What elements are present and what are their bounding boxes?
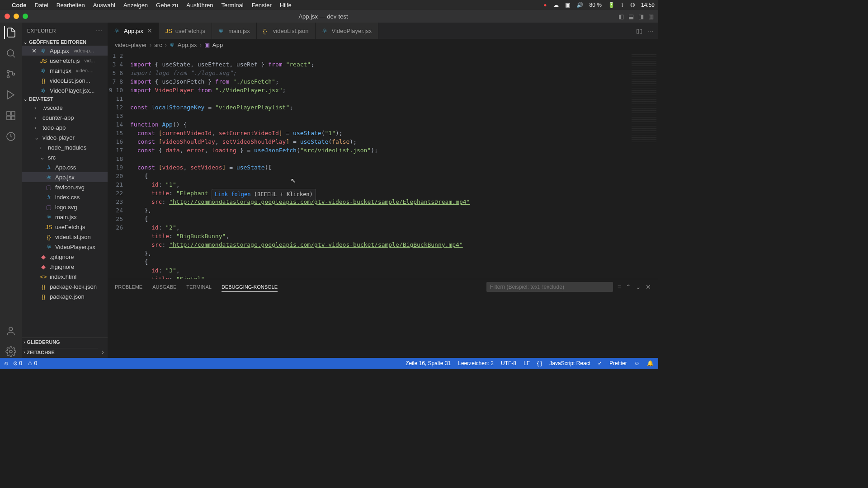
open-editor-item[interactable]: {}videoList.json... [22,75,108,85]
warnings-count[interactable]: 0 [28,360,37,366]
prettier-status[interactable]: Prettier [609,360,627,366]
file-item[interactable]: ⚛main.jsx [22,212,108,222]
editor-tab[interactable]: ⚛main.jsx [212,23,257,39]
errors-count[interactable]: 0 [13,360,22,366]
extensions-view-icon[interactable] [5,109,17,122]
menubar-item[interactable]: Ausführen [186,2,213,9]
explorer-view-icon[interactable] [4,26,17,39]
file-item[interactable]: ⚛VideoPlayer.jsx [22,242,108,252]
menubar-item[interactable]: Auswahl [93,2,115,9]
line-number-gutter[interactable]: 1 2 3 4 5 6 7 8 9 10 11 12 13 14 15 16 1… [108,51,130,279]
panel-left-icon[interactable]: ◧ [618,13,624,20]
battery-icon[interactable]: 🔋 [608,2,615,8]
menubar-item[interactable]: Terminal [222,2,244,9]
folder-item[interactable]: ›counter-app [22,113,108,122]
feedback-icon[interactable]: ☺ [634,360,640,366]
display-icon[interactable]: ▣ [565,2,570,8]
encoding[interactable]: UTF-8 [501,360,516,366]
folder-item[interactable]: ⌄video-player [22,132,108,142]
menubar-item[interactable]: Fenster [252,2,272,9]
file-item[interactable]: <>index.html [22,272,108,282]
run-debug-view-icon[interactable] [5,89,17,101]
panel-bottom-icon[interactable]: ⬓ [628,13,634,20]
chevron-up-icon[interactable]: ⌃ [626,283,631,291]
code-editor[interactable]: import { useState, useEffect, useRef } f… [130,51,627,279]
outline-header[interactable]: › GLIEDERUNG [22,338,108,346]
file-item[interactable]: ◆.hgignore [22,262,108,272]
settings-gear-icon[interactable] [5,345,17,358]
debug-console-filter-input[interactable] [486,282,613,292]
file-item[interactable]: ⚛App.jsx [22,172,108,182]
panel-right-icon[interactable]: ◨ [638,13,644,20]
control-center-icon[interactable]: ⌬ [630,2,635,8]
workspace-header[interactable]: ⌄ DEV-TEST [22,95,108,103]
fullscreen-window-button[interactable] [23,14,28,19]
file-item[interactable]: {}videoList.json [22,232,108,242]
menubar-app[interactable]: Code [12,2,27,9]
folder-item[interactable]: ›todo-app [22,122,108,132]
wifi-icon[interactable]: ⧙ [621,2,624,8]
file-item[interactable]: {}package-lock.json [22,282,108,291]
file-item[interactable]: JSuseFetch.js [22,222,108,232]
close-tab-icon[interactable]: ✕ [147,27,152,34]
search-view-icon[interactable] [5,47,17,60]
editor-tab[interactable]: {}videoList.json [257,23,316,39]
menubar-item[interactable]: Hilfe [280,2,292,9]
remote-icon[interactable]: ⎋ [5,360,8,366]
breadcrumb[interactable]: video-player› src› ⚛ App.jsx› ▣ App [108,39,658,51]
language-mode[interactable]: JavaScript React [549,360,590,366]
folder-item[interactable]: ›.vscode [22,103,108,113]
cursor-position[interactable]: Zeile 16, Spalte 31 [406,360,451,366]
folder-item[interactable]: ⌄src [22,152,108,162]
breadcrumb-item[interactable]: App.jsx [178,42,197,48]
cloud-icon[interactable]: ☁ [553,2,559,8]
filter-settings-icon[interactable]: ≡ [618,283,621,291]
panel-tab-debug-console[interactable]: DEBUGGING-KONSOLE [222,282,278,292]
chevron-right-icon[interactable]: › [98,346,108,358]
file-item[interactable]: ▢logo.svg [22,202,108,212]
file-item[interactable]: ▢favicon.svg [22,182,108,192]
breadcrumb-item[interactable]: src [154,42,162,48]
close-panel-icon[interactable]: ✕ [646,283,651,291]
open-editor-item[interactable]: JSuseFetch.jsvid... [22,56,108,66]
close-window-button[interactable] [5,14,10,19]
breadcrumb-item[interactable]: video-player [115,42,147,48]
minimize-window-button[interactable] [14,14,19,19]
panel-tab-problems[interactable]: PROBLEME [115,282,142,291]
file-item[interactable]: {}package.json [22,291,108,301]
menubar-item[interactable]: Bearbeiten [57,2,85,9]
file-item[interactable]: ◆.gitignore [22,252,108,262]
eol[interactable]: LF [524,360,530,366]
editor-tab[interactable]: ⚛App.jsx✕ [108,23,159,39]
accounts-icon[interactable] [5,324,17,337]
menubar-item[interactable]: Anzeigen [123,2,148,9]
timeline-header[interactable]: › ZEITACHSE [22,348,98,357]
editor-tab[interactable]: JSuseFetch.js [159,23,212,39]
file-item[interactable]: #index.css [22,192,108,202]
panel-tab-output[interactable]: AUSGABE [152,282,176,291]
indentation[interactable]: Leerzeichen: 2 [458,360,494,366]
debug-console-body[interactable] [108,295,658,358]
source-control-view-icon[interactable] [5,68,17,80]
explorer-more-icon[interactable]: ⋯ [96,27,103,34]
open-editor-item[interactable]: ⚛main.jsxvideo-... [22,66,108,75]
record-icon[interactable]: ● [543,2,547,8]
open-editors-header[interactable]: ⌄ GEÖFFNETE EDITOREN [22,38,108,46]
volume-icon[interactable]: 🔊 [576,2,583,8]
more-actions-icon[interactable]: ⋯ [648,28,654,34]
close-editor-icon[interactable]: ✕ [31,47,37,54]
open-editor-item[interactable]: ✕⚛App.jsxvideo-p... [22,46,108,56]
panel-tab-terminal[interactable]: TERMINAL [186,282,212,291]
breadcrumb-item[interactable]: App [212,42,223,48]
clock[interactable]: 14:59 [641,2,655,8]
split-editor-icon[interactable]: ▯▯ [636,28,642,34]
editor-tab[interactable]: ⚛VideoPlayer.jsx [316,23,379,39]
open-editor-item[interactable]: ⚛VideoPlayer.jsx... [22,85,108,95]
folder-item[interactable]: ›node_modules [22,142,108,152]
chevron-down-icon[interactable]: ⌄ [636,283,641,291]
bell-icon[interactable]: 🔔 [647,360,654,366]
menubar-item[interactable]: Gehe zu [156,2,178,9]
file-item[interactable]: #App.css [22,162,108,172]
live-share-icon[interactable] [5,130,17,143]
minimap[interactable] [627,51,658,279]
